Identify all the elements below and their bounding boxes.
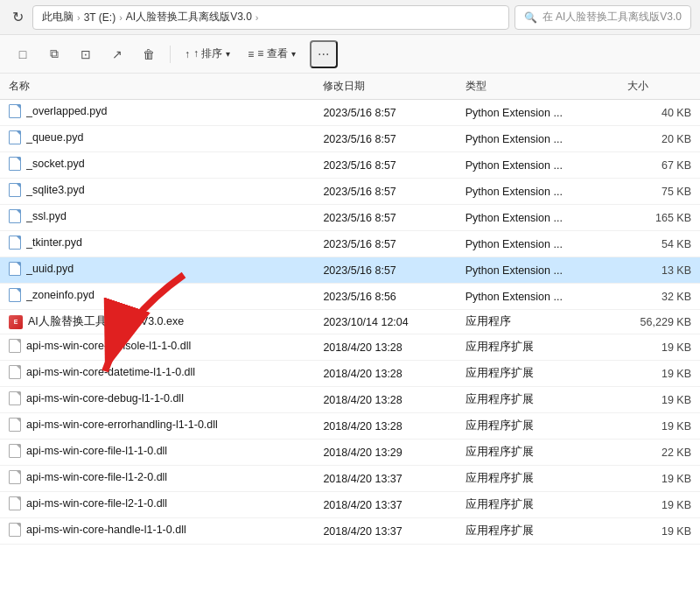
view-icon: ≡ (248, 48, 254, 60)
file-name-cell: _overlapped.pyd (0, 100, 314, 126)
file-date-cell: 2023/5/16 8:57 (314, 179, 456, 205)
search-box[interactable]: 🔍 在 AI人脸替换工具离线版V3.0 (514, 5, 691, 30)
breadcrumb-pc[interactable]: 此电脑 (42, 10, 74, 25)
file-size-cell: 19 KB (619, 466, 700, 492)
table-row[interactable]: _tkinter.pyd2023/5/16 8:57Python Extensi… (0, 231, 700, 257)
file-size-cell: 19 KB (619, 492, 700, 518)
file-name: api-ms-win-core-handle-l1-1-0.dll (26, 524, 186, 536)
file-size-cell: 13 KB (619, 257, 700, 284)
more-button[interactable]: ··· (310, 40, 338, 68)
table-row[interactable]: _socket.pyd2023/5/16 8:57Python Extensio… (0, 152, 700, 179)
dll-icon (9, 391, 21, 405)
col-header-type[interactable]: 类型 (457, 74, 620, 100)
pyd-icon (9, 209, 21, 223)
file-date-cell: 2023/5/16 8:57 (314, 100, 456, 126)
table-row[interactable]: api-ms-win-core-debug-l1-1-0.dll2018/4/2… (0, 387, 700, 413)
dll-icon (9, 523, 21, 537)
refresh-button[interactable]: ↻ (9, 7, 27, 27)
file-name: api-ms-win-core-console-l1-1-0.dll (26, 340, 191, 352)
file-size-cell: 40 KB (619, 100, 700, 126)
file-size-cell: 19 KB (619, 334, 700, 361)
table-row[interactable]: api-ms-win-core-handle-l1-1-0.dll2018/4/… (0, 518, 700, 545)
dll-icon (9, 444, 21, 458)
table-row[interactable]: api-ms-win-core-file-l2-1-0.dll2018/4/20… (0, 492, 700, 518)
table-row[interactable]: _queue.pyd2023/5/16 8:57Python Extension… (0, 126, 700, 152)
dll-icon (9, 470, 21, 484)
sort-icon: ↑ (185, 48, 190, 60)
file-date-cell: 2018/4/20 13:37 (314, 466, 456, 492)
toolbar: □ ⧉ ⊡ ↗ 🗑 ↑ ↑ 排序 ▾ ≡ ≡ 查看 ▾ ··· (0, 35, 700, 74)
pyd-icon (9, 183, 21, 197)
file-size-cell: 75 KB (619, 179, 700, 205)
file-size-cell: 19 KB (619, 361, 700, 387)
file-name-cell: _tkinter.pyd (0, 231, 314, 257)
table-row[interactable]: api-ms-win-core-errorhandling-l1-1-0.dll… (0, 413, 700, 440)
toolbar-new-folder[interactable]: □ (9, 40, 37, 68)
file-date-cell: 2018/4/20 13:28 (314, 387, 456, 413)
pyd-icon (9, 288, 21, 302)
file-type-cell: Python Extension ... (457, 126, 620, 152)
sort-label: ↑ 排序 (193, 46, 222, 61)
breadcrumb[interactable]: 此电脑 › 3T (E:) › AI人脸替换工具离线版V3.0 › (32, 5, 509, 30)
breadcrumb-folder[interactable]: AI人脸替换工具离线版V3.0 (126, 10, 252, 25)
file-type-cell: Python Extension ... (457, 205, 620, 231)
col-header-size[interactable]: 大小 (619, 74, 700, 100)
file-name: _sqlite3.pyd (26, 184, 85, 196)
file-name: api-ms-win-core-file-l1-2-0.dll (26, 471, 167, 483)
file-name: _zoneinfo.pyd (26, 289, 94, 301)
breadcrumb-sep-3: › (256, 12, 259, 23)
table-row[interactable]: api-ms-win-core-file-l1-2-0.dll2018/4/20… (0, 466, 700, 492)
file-date-cell: 2023/5/16 8:57 (314, 257, 456, 284)
col-header-name[interactable]: 名称 (0, 74, 314, 100)
toolbar-share[interactable]: ↗ (103, 40, 131, 68)
file-size-cell: 54 KB (619, 231, 700, 257)
file-type-cell: 应用程序 (457, 310, 620, 334)
file-name-cell: _sqlite3.pyd (0, 179, 314, 205)
file-name: _socket.pyd (26, 158, 85, 170)
view-label: ≡ 查看 (257, 46, 287, 61)
file-size-cell: 19 KB (619, 387, 700, 413)
file-name: api-ms-win-core-file-l1-1-0.dll (26, 445, 167, 457)
table-row[interactable]: _uuid.pyd2023/5/16 8:57Python Extension … (0, 257, 700, 284)
file-size-cell: 32 KB (619, 284, 700, 310)
file-name: api-ms-win-core-errorhandling-l1-1-0.dll (26, 419, 218, 431)
file-date-cell: 2023/5/16 8:56 (314, 284, 456, 310)
file-type-cell: 应用程序扩展 (457, 413, 620, 440)
file-date-cell: 2023/5/16 8:57 (314, 126, 456, 152)
toolbar-delete[interactable]: 🗑 (135, 40, 163, 68)
col-header-date[interactable]: 修改日期 (314, 74, 456, 100)
table-row[interactable]: EAI人脸替换工具离线版V3.0.exe2023/10/14 12:04应用程序… (0, 310, 700, 334)
table-row[interactable]: _overlapped.pyd2023/5/16 8:57Python Exte… (0, 100, 700, 126)
table-row[interactable]: api-ms-win-core-datetime-l1-1-0.dll2018/… (0, 361, 700, 387)
pyd-icon (9, 157, 21, 171)
dll-icon (9, 496, 21, 510)
file-name: api-ms-win-core-debug-l1-1-0.dll (26, 392, 184, 405)
file-name: _queue.pyd (26, 131, 83, 144)
table-row[interactable]: api-ms-win-core-console-l1-1-0.dll2018/4… (0, 334, 700, 361)
file-name-cell: api-ms-win-core-console-l1-1-0.dll (0, 334, 314, 361)
file-name-cell: api-ms-win-core-datetime-l1-1-0.dll (0, 361, 314, 387)
view-button[interactable]: ≡ ≡ 查看 ▾ (241, 43, 302, 65)
toolbar-separator (170, 46, 171, 63)
table-row[interactable]: _ssl.pyd2023/5/16 8:57Python Extension .… (0, 205, 700, 231)
file-name-cell: _ssl.pyd (0, 205, 314, 231)
sort-button[interactable]: ↑ ↑ 排序 ▾ (178, 43, 237, 65)
file-type-cell: 应用程序扩展 (457, 440, 620, 466)
toolbar-copy[interactable]: ⧉ (40, 40, 68, 68)
table-row[interactable]: _zoneinfo.pyd2023/5/16 8:56Python Extens… (0, 284, 700, 310)
file-type-cell: Python Extension ... (457, 152, 620, 179)
file-name: _uuid.pyd (26, 263, 74, 275)
table-row[interactable]: api-ms-win-core-file-l1-1-0.dll2018/4/20… (0, 440, 700, 466)
table-header: 名称 修改日期 类型 大小 (0, 74, 700, 100)
file-name-cell: _zoneinfo.pyd (0, 284, 314, 310)
file-tbody: _overlapped.pyd2023/5/16 8:57Python Exte… (0, 100, 700, 545)
table-row[interactable]: _sqlite3.pyd2023/5/16 8:57Python Extensi… (0, 179, 700, 205)
address-bar: ↻ 此电脑 › 3T (E:) › AI人脸替换工具离线版V3.0 › 🔍 在 … (0, 0, 700, 35)
breadcrumb-drive[interactable]: 3T (E:) (84, 11, 116, 24)
file-name-cell: api-ms-win-core-errorhandling-l1-1-0.dll (0, 413, 314, 440)
file-type-cell: 应用程序扩展 (457, 387, 620, 413)
file-date-cell: 2023/5/16 8:57 (314, 152, 456, 179)
pyd-icon (9, 130, 21, 144)
toolbar-paste[interactable]: ⊡ (72, 40, 100, 68)
file-name-cell: api-ms-win-core-handle-l1-1-0.dll (0, 518, 314, 545)
